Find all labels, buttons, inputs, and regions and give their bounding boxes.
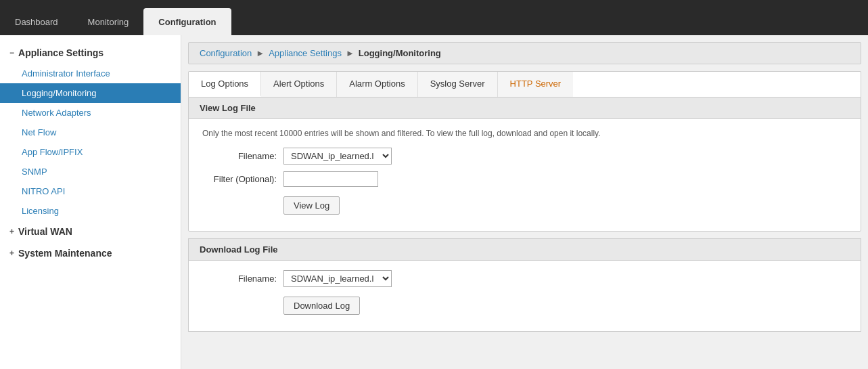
sidebar-section-virtual-wan[interactable]: + Virtual WAN bbox=[0, 221, 181, 242]
sidebar-section-label-virtual-wan: Virtual WAN bbox=[18, 226, 72, 237]
view-log-filter-row: Filter (Optional): bbox=[202, 171, 847, 187]
tab-alert-options[interactable]: Alert Options bbox=[261, 72, 337, 97]
view-log-filename-row: Filename: SDWAN_ip_learned.l bbox=[202, 148, 847, 165]
breadcrumb-appliance-settings[interactable]: Appliance Settings bbox=[269, 48, 342, 58]
nav-tab-monitoring[interactable]: Monitoring bbox=[73, 8, 144, 35]
download-log-filename-row: Filename: SDWAN_ip_learned.l bbox=[202, 270, 847, 287]
sidebar-section-label-system-maintenance: System Maintenance bbox=[18, 248, 112, 259]
view-log-body: Only the most recent 10000 entries will … bbox=[189, 119, 861, 231]
view-log-section: View Log File Only the most recent 10000… bbox=[188, 97, 861, 232]
plus-icon-system-maintenance: + bbox=[9, 248, 14, 258]
tab-http-server[interactable]: HTTP Server bbox=[498, 72, 574, 97]
view-log-filename-select[interactable]: SDWAN_ip_learned.l bbox=[283, 148, 392, 165]
sidebar-item-logging-monitoring[interactable]: Logging/Monitoring bbox=[0, 83, 181, 103]
sidebar-item-nitro-api[interactable]: NITRO API bbox=[0, 181, 181, 201]
view-log-info: Only the most recent 10000 entries will … bbox=[202, 129, 847, 138]
sidebar-section-appliance-settings[interactable]: − Appliance Settings bbox=[0, 42, 181, 64]
minus-icon: − bbox=[9, 48, 14, 58]
sidebar-item-app-flow-ipfix[interactable]: App Flow/IPFIX bbox=[0, 142, 181, 162]
tab-syslog-server[interactable]: Syslog Server bbox=[418, 72, 498, 97]
sidebar-item-network-adapters[interactable]: Network Adapters bbox=[0, 103, 181, 123]
sidebar: − Appliance Settings Administrator Inter… bbox=[0, 35, 181, 369]
view-log-filename-label: Filename: bbox=[202, 151, 283, 161]
view-log-filter-label: Filter (Optional): bbox=[202, 174, 283, 184]
view-log-button-row: View Log bbox=[202, 194, 847, 215]
plus-icon-virtual-wan: + bbox=[9, 227, 14, 236]
download-log-button-row: Download Log bbox=[202, 294, 847, 315]
sidebar-item-net-flow[interactable]: Net Flow bbox=[0, 123, 181, 142]
download-log-filename-select[interactable]: SDWAN_ip_learned.l bbox=[283, 270, 392, 287]
breadcrumb-sep-1: ► bbox=[256, 48, 265, 58]
breadcrumb-current: Logging/Monitoring bbox=[359, 48, 441, 58]
tab-alarm-options[interactable]: Alarm Options bbox=[337, 72, 417, 97]
download-log-section: Download Log File Filename: SDWAN_ip_lea… bbox=[188, 238, 861, 332]
sidebar-item-administrator-interface[interactable]: Administrator Interface bbox=[0, 64, 181, 83]
nav-tab-dashboard[interactable]: Dashboard bbox=[0, 8, 73, 35]
download-log-body: Filename: SDWAN_ip_learned.l Download Lo… bbox=[189, 261, 861, 331]
tabs-container: Log Options Alert Options Alarm Options … bbox=[188, 71, 861, 97]
sidebar-item-snmp[interactable]: SNMP bbox=[0, 162, 181, 181]
breadcrumb: Configuration ► Appliance Settings ► Log… bbox=[188, 42, 861, 64]
breadcrumb-configuration[interactable]: Configuration bbox=[200, 48, 252, 58]
nav-tab-configuration[interactable]: Configuration bbox=[143, 8, 231, 35]
top-nav: Dashboard Monitoring Configuration bbox=[0, 0, 868, 35]
sidebar-section-label: Appliance Settings bbox=[18, 47, 104, 58]
breadcrumb-sep-2: ► bbox=[346, 48, 355, 58]
download-log-header: Download Log File bbox=[189, 239, 861, 261]
tab-log-options[interactable]: Log Options bbox=[189, 72, 261, 97]
download-log-filename-label: Filename: bbox=[202, 274, 283, 284]
main-content: Configuration ► Appliance Settings ► Log… bbox=[181, 35, 868, 369]
view-log-filter-input[interactable] bbox=[283, 171, 378, 187]
sidebar-item-licensing[interactable]: Licensing bbox=[0, 201, 181, 221]
sidebar-section-system-maintenance[interactable]: + System Maintenance bbox=[0, 242, 181, 264]
view-log-button[interactable]: View Log bbox=[283, 196, 340, 215]
view-log-header: View Log File bbox=[189, 97, 861, 119]
download-log-button[interactable]: Download Log bbox=[283, 297, 360, 315]
main-layout: − Appliance Settings Administrator Inter… bbox=[0, 35, 868, 369]
